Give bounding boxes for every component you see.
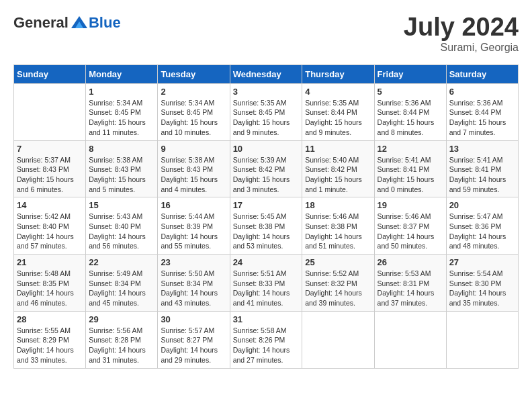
day-number: 7 — [17, 144, 83, 154]
day-info: Sunrise: 5:50 AM Sunset: 8:34 PM Dayligh… — [161, 269, 226, 308]
calendar-cell: 10Sunrise: 5:39 AM Sunset: 8:42 PM Dayli… — [230, 140, 302, 197]
day-number: 20 — [449, 200, 515, 210]
day-number: 11 — [305, 144, 371, 154]
calendar-cell: 20Sunrise: 5:47 AM Sunset: 8:36 PM Dayli… — [446, 197, 518, 255]
day-info: Sunrise: 5:34 AM Sunset: 8:45 PM Dayligh… — [89, 98, 154, 138]
calendar-cell: 14Sunrise: 5:42 AM Sunset: 8:40 PM Dayli… — [14, 197, 86, 255]
day-number: 29 — [89, 314, 154, 324]
weekday-header-cell: Friday — [374, 64, 446, 83]
day-info: Sunrise: 5:55 AM Sunset: 8:29 PM Dayligh… — [17, 326, 83, 365]
calendar-cell: 9Sunrise: 5:38 AM Sunset: 8:43 PM Daylig… — [158, 140, 230, 197]
day-number: 19 — [378, 200, 443, 210]
calendar-cell — [302, 311, 374, 368]
day-number: 21 — [17, 257, 83, 267]
day-number: 2 — [161, 87, 226, 97]
day-number: 9 — [161, 144, 226, 154]
calendar-week-row: 21Sunrise: 5:48 AM Sunset: 8:35 PM Dayli… — [14, 255, 519, 312]
day-info: Sunrise: 5:51 AM Sunset: 8:33 PM Dayligh… — [233, 269, 300, 308]
calendar-cell: 4Sunrise: 5:35 AM Sunset: 8:44 PM Daylig… — [302, 83, 374, 140]
calendar-week-row: 7Sunrise: 5:37 AM Sunset: 8:43 PM Daylig… — [14, 140, 519, 197]
day-number: 27 — [449, 257, 515, 267]
day-number: 25 — [305, 257, 371, 267]
logo: General Blue — [13, 13, 121, 32]
day-info: Sunrise: 5:36 AM Sunset: 8:44 PM Dayligh… — [378, 98, 443, 138]
day-number: 16 — [161, 200, 226, 210]
logo-blue: Blue — [89, 14, 121, 32]
day-info: Sunrise: 5:45 AM Sunset: 8:38 PM Dayligh… — [233, 212, 300, 251]
calendar-cell: 29Sunrise: 5:56 AM Sunset: 8:28 PM Dayli… — [86, 311, 158, 368]
day-info: Sunrise: 5:46 AM Sunset: 8:38 PM Dayligh… — [305, 212, 371, 251]
day-info: Sunrise: 5:58 AM Sunset: 8:26 PM Dayligh… — [233, 326, 300, 365]
calendar-table: SundayMondayTuesdayWednesdayThursdayFrid… — [13, 64, 519, 369]
day-info: Sunrise: 5:57 AM Sunset: 8:27 PM Dayligh… — [161, 326, 226, 365]
day-number: 4 — [305, 87, 371, 97]
month-title: July 2024 — [404, 13, 519, 42]
day-info: Sunrise: 5:53 AM Sunset: 8:31 PM Dayligh… — [378, 269, 443, 308]
calendar-cell: 2Sunrise: 5:34 AM Sunset: 8:45 PM Daylig… — [158, 83, 230, 140]
day-number: 6 — [449, 87, 515, 97]
calendar-cell: 6Sunrise: 5:36 AM Sunset: 8:44 PM Daylig… — [446, 83, 518, 140]
day-info: Sunrise: 5:54 AM Sunset: 8:30 PM Dayligh… — [449, 269, 515, 308]
day-info: Sunrise: 5:43 AM Sunset: 8:40 PM Dayligh… — [89, 212, 154, 251]
calendar-cell: 31Sunrise: 5:58 AM Sunset: 8:26 PM Dayli… — [230, 311, 302, 368]
day-info: Sunrise: 5:38 AM Sunset: 8:43 PM Dayligh… — [161, 155, 226, 195]
day-number: 13 — [449, 144, 515, 154]
calendar-cell: 23Sunrise: 5:50 AM Sunset: 8:34 PM Dayli… — [158, 255, 230, 312]
day-number: 28 — [17, 314, 83, 324]
day-number: 17 — [233, 200, 300, 210]
calendar-cell — [446, 311, 518, 368]
calendar-cell: 3Sunrise: 5:35 AM Sunset: 8:45 PM Daylig… — [230, 83, 302, 140]
calendar-cell: 11Sunrise: 5:40 AM Sunset: 8:42 PM Dayli… — [302, 140, 374, 197]
weekday-header-cell: Thursday — [302, 64, 374, 83]
day-number: 10 — [233, 144, 300, 154]
day-number: 26 — [378, 257, 443, 267]
day-number: 5 — [378, 87, 443, 97]
day-info: Sunrise: 5:39 AM Sunset: 8:42 PM Dayligh… — [233, 155, 300, 195]
calendar-cell: 22Sunrise: 5:49 AM Sunset: 8:34 PM Dayli… — [86, 255, 158, 312]
day-number: 14 — [17, 200, 83, 210]
day-info: Sunrise: 5:35 AM Sunset: 8:44 PM Dayligh… — [305, 98, 371, 138]
day-info: Sunrise: 5:41 AM Sunset: 8:41 PM Dayligh… — [378, 155, 443, 195]
calendar-cell — [374, 311, 446, 368]
day-info: Sunrise: 5:56 AM Sunset: 8:28 PM Dayligh… — [89, 326, 154, 365]
calendar-body: 1Sunrise: 5:34 AM Sunset: 8:45 PM Daylig… — [14, 83, 519, 368]
calendar-cell: 28Sunrise: 5:55 AM Sunset: 8:29 PM Dayli… — [14, 311, 86, 368]
calendar-cell: 16Sunrise: 5:44 AM Sunset: 8:39 PM Dayli… — [158, 197, 230, 255]
day-number: 15 — [89, 200, 154, 210]
calendar-week-row: 1Sunrise: 5:34 AM Sunset: 8:45 PM Daylig… — [14, 83, 519, 140]
day-info: Sunrise: 5:35 AM Sunset: 8:45 PM Dayligh… — [233, 98, 300, 138]
day-info: Sunrise: 5:49 AM Sunset: 8:34 PM Dayligh… — [89, 269, 154, 308]
calendar-cell: 8Sunrise: 5:38 AM Sunset: 8:43 PM Daylig… — [86, 140, 158, 197]
location-title: Surami, Georgia — [404, 42, 519, 54]
calendar-cell: 26Sunrise: 5:53 AM Sunset: 8:31 PM Dayli… — [374, 255, 446, 312]
calendar-cell: 25Sunrise: 5:52 AM Sunset: 8:32 PM Dayli… — [302, 255, 374, 312]
day-info: Sunrise: 5:48 AM Sunset: 8:35 PM Dayligh… — [17, 269, 83, 308]
day-number: 3 — [233, 87, 300, 97]
day-number: 31 — [233, 314, 300, 324]
logo-general: General — [13, 14, 69, 32]
calendar-cell: 27Sunrise: 5:54 AM Sunset: 8:30 PM Dayli… — [446, 255, 518, 312]
day-info: Sunrise: 5:46 AM Sunset: 8:37 PM Dayligh… — [378, 212, 443, 251]
weekday-header-cell: Wednesday — [230, 64, 302, 83]
day-number: 18 — [305, 200, 371, 210]
page-header: General Blue July 2024 Surami, Georgia — [13, 13, 519, 54]
day-number: 23 — [161, 257, 226, 267]
day-number: 12 — [378, 144, 443, 154]
day-number: 22 — [89, 257, 154, 267]
day-number: 24 — [233, 257, 300, 267]
day-info: Sunrise: 5:37 AM Sunset: 8:43 PM Dayligh… — [17, 155, 83, 195]
calendar-cell: 19Sunrise: 5:46 AM Sunset: 8:37 PM Dayli… — [374, 197, 446, 255]
calendar-cell: 18Sunrise: 5:46 AM Sunset: 8:38 PM Dayli… — [302, 197, 374, 255]
calendar-cell: 1Sunrise: 5:34 AM Sunset: 8:45 PM Daylig… — [86, 83, 158, 140]
day-number: 8 — [89, 144, 154, 154]
day-info: Sunrise: 5:40 AM Sunset: 8:42 PM Dayligh… — [305, 155, 371, 195]
calendar-cell: 5Sunrise: 5:36 AM Sunset: 8:44 PM Daylig… — [374, 83, 446, 140]
day-number: 30 — [161, 314, 226, 324]
day-info: Sunrise: 5:36 AM Sunset: 8:44 PM Dayligh… — [449, 98, 515, 138]
weekday-header-cell: Sunday — [14, 64, 86, 83]
calendar-week-row: 28Sunrise: 5:55 AM Sunset: 8:29 PM Dayli… — [14, 311, 519, 368]
day-info: Sunrise: 5:38 AM Sunset: 8:43 PM Dayligh… — [89, 155, 154, 195]
calendar-cell: 15Sunrise: 5:43 AM Sunset: 8:40 PM Dayli… — [86, 197, 158, 255]
day-number: 1 — [89, 87, 154, 97]
calendar-cell — [14, 83, 86, 140]
